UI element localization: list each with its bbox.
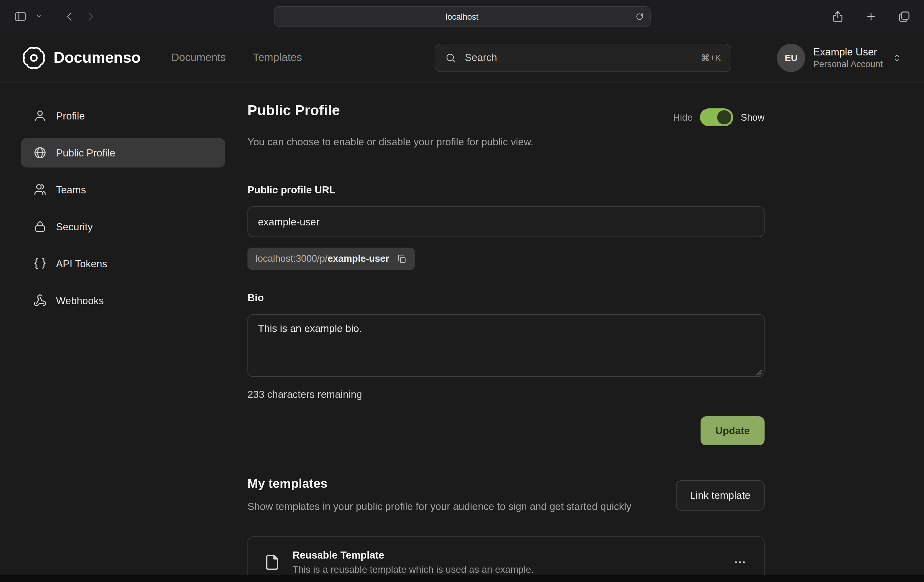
avatar: EU xyxy=(777,43,805,72)
sidebar-item-label: Webhooks xyxy=(56,295,104,306)
sidebar-menu-chevron-icon[interactable] xyxy=(33,10,45,22)
sidebar-item-label: Profile xyxy=(56,110,85,122)
divider xyxy=(248,164,764,164)
characters-remaining: 233 characters remaining xyxy=(248,389,764,400)
sidebar-item-profile[interactable]: Profile xyxy=(21,101,225,131)
user-account-type: Personal Account xyxy=(813,59,883,69)
page-title: Public Profile xyxy=(248,102,340,119)
toggle-hide-label: Hide xyxy=(673,112,693,123)
address-bar-url: localhost xyxy=(446,12,478,21)
braces-icon xyxy=(33,257,47,270)
search-icon xyxy=(445,52,456,63)
sidebar-toggle-icon[interactable] xyxy=(11,7,30,26)
user-icon xyxy=(33,109,47,122)
template-actions-button[interactable] xyxy=(731,553,749,572)
public-profile-settings: Public Profile Hide Show You can choose … xyxy=(248,102,764,582)
nav-documents[interactable]: Documents xyxy=(172,51,226,64)
template-name: Reusable Template xyxy=(292,550,534,561)
template-description: This is a reusable template which is use… xyxy=(292,564,534,575)
update-button[interactable]: Update xyxy=(701,416,764,445)
template-info: Reusable Template This is a reusable tem… xyxy=(292,550,534,575)
sidebar-item-api-tokens[interactable]: API Tokens xyxy=(21,249,225,278)
chevrons-up-down-icon xyxy=(892,53,902,63)
share-icon[interactable] xyxy=(829,8,846,25)
brand[interactable]: Documenso xyxy=(22,46,141,69)
bio-field-label: Bio xyxy=(248,292,764,304)
copy-icon xyxy=(396,253,407,264)
profile-url-preview: localhost:3000/p/example-user xyxy=(248,248,415,270)
file-icon xyxy=(263,553,281,572)
forward-icon[interactable] xyxy=(82,8,99,25)
ellipsis-icon xyxy=(733,556,747,569)
new-tab-icon[interactable] xyxy=(863,8,879,25)
link-template-button[interactable]: Link template xyxy=(676,480,764,510)
browser-window-controls xyxy=(829,8,913,25)
toggle-show-label: Show xyxy=(741,112,764,123)
user-menu[interactable]: EU Example User Personal Account xyxy=(777,43,902,72)
url-field-label: Public profile URL xyxy=(248,184,764,196)
webhook-icon xyxy=(33,294,47,308)
copy-url-button[interactable] xyxy=(396,253,407,264)
screen: localhost Documenso Do xyxy=(0,0,924,582)
search-shortcut: ⌘+K xyxy=(701,53,721,63)
window-edge xyxy=(0,575,924,582)
public-profile-url-input[interactable] xyxy=(248,206,764,237)
bio-textarea[interactable]: This is an example bio. xyxy=(248,314,764,377)
templates-title: My templates xyxy=(248,476,631,491)
sidebar-item-label: Security xyxy=(56,221,92,233)
users-icon xyxy=(33,183,47,197)
nav-templates[interactable]: Templates xyxy=(253,51,302,64)
app-header: Documenso Documents Templates ⌘+K EU Exa… xyxy=(0,33,924,83)
browser-chrome: localhost xyxy=(0,0,924,33)
back-icon[interactable] xyxy=(61,8,78,25)
settings-sidebar: Profile Public Profile Teams Security AP… xyxy=(0,83,248,582)
documenso-logo-icon xyxy=(22,46,46,69)
templates-heading-block: My templates Show templates in your publ… xyxy=(248,476,631,514)
reload-icon[interactable] xyxy=(635,12,644,21)
address-bar[interactable]: localhost xyxy=(274,6,650,27)
user-info: Example User Personal Account xyxy=(813,46,883,69)
templates-description: Show templates in your public profile fo… xyxy=(248,498,631,514)
user-name: Example User xyxy=(813,46,883,58)
profile-url-slug: example-user xyxy=(327,253,389,264)
browser-nav-controls xyxy=(11,7,99,26)
search-input[interactable] xyxy=(464,51,693,64)
profile-url-text: localhost:3000/p/example-user xyxy=(256,253,389,264)
visibility-toggle-group: Hide Show xyxy=(673,108,764,126)
global-search[interactable]: ⌘+K xyxy=(435,43,731,72)
sidebar-item-webhooks[interactable]: Webhooks xyxy=(21,286,225,315)
lock-icon xyxy=(33,220,47,233)
tabs-icon[interactable] xyxy=(896,8,913,25)
profile-visibility-toggle[interactable] xyxy=(700,108,733,126)
sidebar-item-teams[interactable]: Teams xyxy=(21,175,225,205)
page-subtitle: You can choose to enable or disable your… xyxy=(248,136,764,148)
sidebar-item-label: Teams xyxy=(56,184,86,195)
sidebar-item-public-profile[interactable]: Public Profile xyxy=(21,138,225,167)
brand-name: Documenso xyxy=(54,49,141,66)
globe-icon xyxy=(33,146,47,159)
app-body: Profile Public Profile Teams Security AP… xyxy=(0,83,924,582)
sidebar-item-label: Public Profile xyxy=(56,147,116,159)
sidebar-item-label: API Tokens xyxy=(56,258,107,270)
sidebar-item-security[interactable]: Security xyxy=(21,212,225,241)
profile-url-prefix: localhost:3000/p/ xyxy=(256,253,327,264)
main-nav: Documents Templates xyxy=(172,51,302,64)
toggle-knob xyxy=(717,110,731,124)
